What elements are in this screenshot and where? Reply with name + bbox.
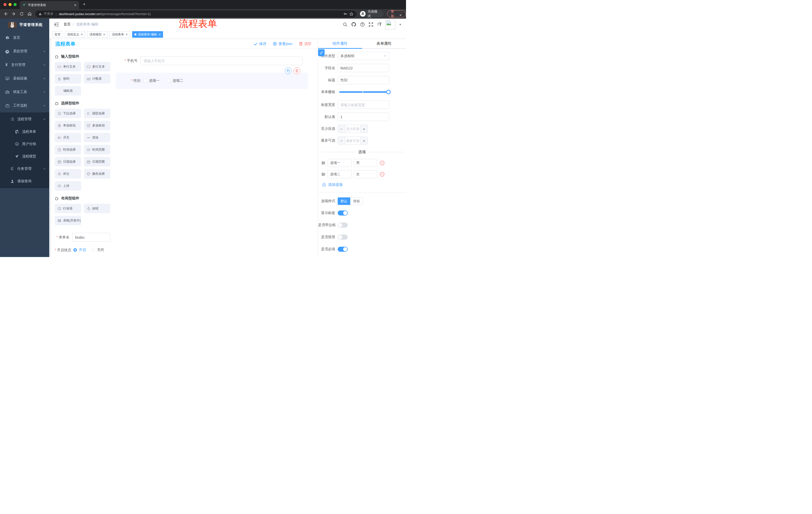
add-option-button[interactable]: 添加选项 bbox=[318, 182, 406, 187]
option-style-segmented[interactable]: 默认 按钮 bbox=[338, 197, 363, 205]
forward-icon[interactable] bbox=[10, 10, 18, 18]
sidebar-item-system[interactable]: 系统管理 bbox=[0, 45, 49, 58]
window-controls[interactable] bbox=[3, 3, 17, 6]
default-value-input[interactable] bbox=[338, 113, 389, 121]
minimize-window-button[interactable] bbox=[8, 3, 11, 6]
palette-item-counter[interactable]: 123 计数器 bbox=[84, 74, 110, 83]
option-2-value-input[interactable] bbox=[354, 170, 377, 178]
palette-item-time-picker[interactable]: 时间选择 bbox=[55, 145, 81, 154]
sidebar-item-process-management[interactable]: 流程管理 bbox=[0, 113, 49, 126]
sidebar-item-workflow[interactable]: 工作流程 bbox=[0, 99, 49, 112]
status-radio-open[interactable]: 开启 bbox=[74, 248, 86, 252]
palette-item-switch[interactable]: 开关 bbox=[55, 133, 81, 142]
status-radio-closed[interactable]: 关闭 bbox=[91, 248, 104, 252]
password-key-icon[interactable] bbox=[343, 12, 347, 16]
delete-component-button[interactable] bbox=[293, 67, 300, 74]
drag-handle-icon[interactable] bbox=[321, 161, 326, 165]
option-1-value-input[interactable] bbox=[354, 159, 377, 167]
palette-item-row-container[interactable]: 行容器 bbox=[55, 204, 81, 213]
palette-item-date-picker[interactable]: 日期选择 bbox=[55, 157, 81, 166]
slider-track[interactable] bbox=[339, 91, 388, 93]
palette-item-editor[interactable]: 编辑器 bbox=[55, 86, 81, 96]
required-toggle[interactable] bbox=[338, 247, 348, 252]
view-json-button[interactable]: 查看json bbox=[273, 42, 292, 46]
component-type-select[interactable]: 多选框组 ▼ bbox=[338, 52, 389, 60]
palette-item-password[interactable]: 密码 bbox=[55, 74, 81, 83]
collapse-sidebar-icon[interactable] bbox=[54, 22, 59, 27]
home-icon[interactable] bbox=[26, 10, 33, 18]
tab-close-icon[interactable]: ✕ bbox=[74, 3, 77, 7]
copy-component-button[interactable] bbox=[285, 67, 292, 74]
decrease-icon[interactable]: − bbox=[338, 137, 345, 144]
title-input[interactable] bbox=[338, 76, 389, 84]
palette-item-upload[interactable]: 上传 bbox=[55, 181, 81, 191]
tab-component-props[interactable]: 组件属性 bbox=[318, 39, 362, 48]
close-window-button[interactable] bbox=[3, 3, 6, 6]
tag-process-form-edit[interactable]: 流程表单-编辑✕ bbox=[132, 31, 163, 38]
gender-option-2-checkbox[interactable]: 选项二 bbox=[167, 78, 183, 83]
field-name-input[interactable] bbox=[338, 64, 389, 72]
min-select-input[interactable] bbox=[345, 125, 360, 133]
save-button[interactable]: 保存 bbox=[254, 42, 266, 46]
avatar[interactable] bbox=[385, 20, 395, 29]
remove-option-button[interactable] bbox=[380, 172, 385, 177]
browser-update-button[interactable]: 更新 ⋮ bbox=[387, 10, 406, 17]
browser-tab[interactable]: 芋道管理系统 ✕ bbox=[20, 1, 79, 9]
min-select-stepper[interactable]: − + bbox=[338, 125, 368, 133]
close-icon[interactable]: ✕ bbox=[158, 33, 161, 36]
palette-item-slider[interactable]: 滑块 bbox=[84, 133, 110, 142]
canvas-field-phone[interactable]: 手机号 bbox=[113, 56, 318, 65]
sidebar-item-process-model[interactable]: 流程模型 bbox=[0, 150, 49, 162]
tag-home[interactable]: 首页 bbox=[52, 31, 63, 38]
new-tab-button[interactable]: + bbox=[83, 2, 86, 6]
url-text[interactable]: dashboard.yudao.iocoder.cn/bpm/manager/f… bbox=[59, 12, 151, 16]
gender-option-1-checkbox[interactable]: 选项一 bbox=[143, 78, 160, 83]
close-icon[interactable]: ✕ bbox=[125, 33, 127, 36]
app-logo-row[interactable]: 芋道管理系统 bbox=[0, 19, 49, 31]
palette-item-table[interactable]: 表格[开发中] bbox=[55, 216, 81, 225]
back-icon[interactable] bbox=[2, 10, 9, 18]
form-name-input[interactable] bbox=[72, 233, 110, 242]
palette-item-date-range[interactable]: 日期范围 bbox=[84, 157, 110, 166]
address-bar[interactable]: 不安全 | dashboard.yudao.iocoder.cn/bpm/man… bbox=[35, 10, 357, 17]
checkbox[interactable] bbox=[143, 79, 147, 82]
palette-item-radio-group[interactable]: 单选框组 bbox=[55, 121, 81, 130]
palette-item-time-range[interactable]: 时间范围 bbox=[84, 145, 110, 154]
breadcrumb-home[interactable]: 首页 bbox=[63, 22, 70, 27]
sidebar-item-user-groups[interactable]: 用户分组 bbox=[0, 138, 49, 150]
form-canvas[interactable]: 手机号 性别 bbox=[113, 49, 318, 257]
option-2-label-input[interactable] bbox=[328, 170, 352, 178]
option-1-label-input[interactable] bbox=[328, 159, 352, 167]
phone-input[interactable] bbox=[140, 56, 303, 65]
tag-process-model[interactable]: 流程模型✕ bbox=[87, 31, 108, 38]
update-label[interactable]: 更新 bbox=[391, 9, 397, 18]
palette-item-cascader[interactable]: 级联选择 bbox=[84, 109, 110, 118]
tab-form-props[interactable]: 表单属性 bbox=[362, 39, 406, 48]
palette-item-multi-line-text[interactable]: 多行文本 bbox=[84, 62, 110, 72]
palette-item-button[interactable]: 按钮 bbox=[84, 204, 110, 213]
decrease-icon[interactable]: − bbox=[338, 125, 345, 133]
sidebar-item-task-management[interactable]: 任务管理 bbox=[0, 162, 49, 175]
zoom-window-button[interactable] bbox=[13, 3, 17, 6]
sidebar-item-dev-tools[interactable]: 研发工具 bbox=[0, 85, 49, 99]
palette-item-select[interactable]: 下拉选择 bbox=[55, 109, 81, 118]
palette-item-rate[interactable]: 评分 bbox=[55, 169, 81, 179]
tag-process-form[interactable]: 流程表单✕ bbox=[110, 31, 130, 38]
sidebar-item-home[interactable]: 首页 bbox=[0, 31, 49, 45]
increase-icon[interactable]: + bbox=[360, 125, 368, 133]
style-default-button[interactable]: 默认 bbox=[338, 197, 350, 205]
max-select-input[interactable] bbox=[345, 137, 360, 144]
sidebar-item-leave-query[interactable]: 请假查询 bbox=[0, 175, 49, 188]
drag-handle-icon[interactable] bbox=[321, 172, 326, 176]
style-button-button[interactable]: 按钮 bbox=[350, 197, 363, 205]
canvas-field-gender-selected[interactable]: 性别 选项一 选项二 bbox=[116, 73, 308, 89]
font-size-icon[interactable]: TT bbox=[377, 22, 382, 27]
fullscreen-icon[interactable] bbox=[369, 22, 373, 27]
palette-item-checkbox-group[interactable]: 多选框组 bbox=[84, 121, 110, 130]
not-secure-warning-icon[interactable] bbox=[38, 12, 42, 16]
form-grid-slider[interactable] bbox=[339, 88, 388, 96]
remove-option-button[interactable] bbox=[380, 160, 385, 165]
security-label[interactable]: 不安全 bbox=[44, 11, 54, 16]
show-label-toggle[interactable] bbox=[338, 211, 348, 216]
avatar-caret-icon[interactable]: ▼ bbox=[399, 23, 402, 26]
